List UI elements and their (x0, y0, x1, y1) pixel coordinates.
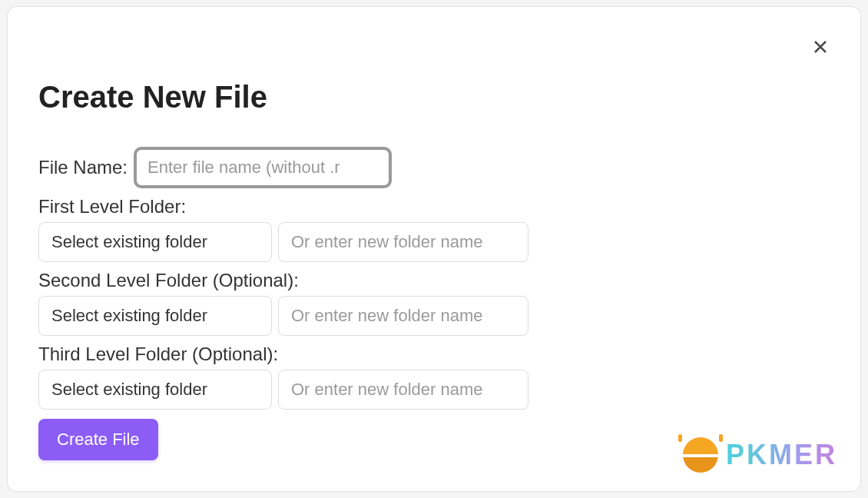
third-folder-input[interactable] (278, 370, 528, 410)
first-folder-section: First Level Folder: Select existing fold… (38, 196, 830, 262)
second-folder-select[interactable]: Select existing folder (38, 296, 272, 336)
first-folder-input[interactable] (278, 222, 528, 262)
close-button[interactable] (808, 35, 833, 59)
third-folder-label: Third Level Folder (Optional): (38, 344, 830, 365)
watermark-text: PKMER (726, 439, 837, 471)
third-folder-section: Third Level Folder (Optional): Select ex… (38, 344, 830, 410)
second-folder-input[interactable] (278, 296, 528, 336)
first-folder-row: Select existing folder (38, 222, 830, 262)
file-name-row: File Name: (38, 147, 830, 188)
second-folder-section: Second Level Folder (Optional): Select e… (38, 270, 830, 336)
watermark: PKMER (683, 437, 837, 473)
file-name-input[interactable] (134, 147, 392, 188)
second-folder-label: Second Level Folder (Optional): (38, 270, 830, 291)
close-icon (811, 38, 830, 56)
create-file-button[interactable]: Create File (38, 419, 158, 460)
modal-title: Create New File (38, 80, 830, 115)
first-folder-select[interactable]: Select existing folder (38, 222, 272, 262)
first-folder-label: First Level Folder: (38, 196, 830, 217)
watermark-icon (683, 437, 718, 473)
create-file-modal: Create New File File Name: First Level F… (8, 7, 860, 491)
third-folder-row: Select existing folder (38, 370, 830, 410)
second-folder-row: Select existing folder (38, 296, 830, 336)
third-folder-select[interactable]: Select existing folder (38, 370, 272, 410)
file-name-label: File Name: (38, 157, 128, 178)
